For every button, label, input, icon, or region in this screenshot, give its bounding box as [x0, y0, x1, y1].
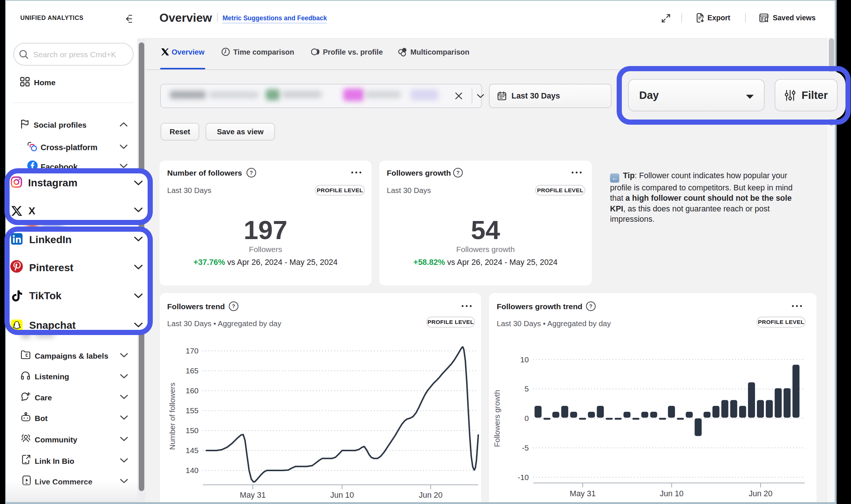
svg-text:Jun 10: Jun 10 [330, 491, 354, 500]
svg-text:Jun 20: Jun 20 [419, 491, 443, 500]
svg-text:160: 160 [186, 386, 199, 395]
svg-text:5: 5 [524, 384, 529, 393]
svg-text:165: 165 [186, 366, 199, 375]
svg-text:-5: -5 [522, 443, 529, 452]
svg-text:140: 140 [186, 466, 199, 474]
svg-text:Jun 10: Jun 10 [660, 489, 684, 498]
svg-text:Number of followers: Number of followers [168, 383, 176, 450]
svg-text:May 31: May 31 [240, 491, 266, 500]
svg-text:-10: -10 [518, 473, 529, 481]
svg-text:150: 150 [186, 426, 199, 435]
svg-text:Jun 20: Jun 20 [749, 489, 773, 498]
svg-text:0: 0 [524, 414, 529, 422]
svg-text:145: 145 [186, 446, 199, 455]
svg-text:170: 170 [186, 346, 199, 355]
svg-text:155: 155 [186, 406, 199, 415]
svg-text:Followers growth: Followers growth [493, 390, 501, 447]
svg-text:10: 10 [520, 355, 529, 364]
svg-text:May 31: May 31 [570, 489, 596, 498]
